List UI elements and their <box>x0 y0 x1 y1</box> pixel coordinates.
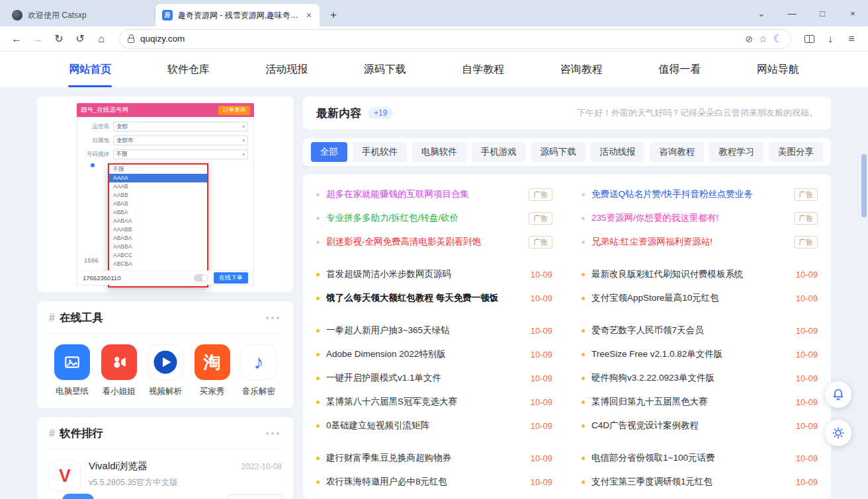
nav-item[interactable]: 活动现报 <box>238 52 336 87</box>
article-row[interactable]: 一拳超人新用户抽3~365天绿钻 10-09 <box>316 321 552 340</box>
article-title[interactable]: 硬件狗狗v3.2.22.0923单文件版 <box>591 372 715 384</box>
content-blocked-icon[interactable]: ⊘ <box>745 34 753 44</box>
article-row[interactable]: 首发超级简洁小米步数网页源码 10-09 <box>316 265 552 284</box>
article-row[interactable]: 一键开启护眼模式v1.1单文件 10-09 <box>316 369 552 387</box>
tool-music[interactable]: ♪ 音乐解密 <box>238 344 279 397</box>
promo-banner[interactable]: 靓号_在线选号网 订单查询 运营商 全部 ▾ 归属地 <box>37 96 294 292</box>
article-row[interactable]: 电信部分省份领取1~100元话费 10-09 <box>582 449 818 467</box>
article-title[interactable]: 某博回归第九十五届黑色大赛 <box>591 396 708 408</box>
category-tab[interactable]: 全部 <box>311 142 347 162</box>
more-icon[interactable] <box>263 430 282 438</box>
browser-tab-site[interactable]: 趣 趣奇资源网 - 残雪资源网,趣味奇妙... × <box>155 4 320 26</box>
article-row[interactable]: 某博第八十六届黑S冠军竞选大赛 10-09 <box>316 393 552 411</box>
category-tab[interactable]: 咨询教程 <box>650 142 704 162</box>
article-row[interactable]: 免费送Q钻名片赞/快手抖音粉丝点赞业务 广告 <box>582 185 818 204</box>
tab-search-icon[interactable]: ⌄ <box>746 0 777 26</box>
article-title[interactable]: 超多在家就能赚钱的互联网项目合集 <box>326 188 469 200</box>
article-row[interactable]: 饿了么每天领大额红包教程 每天免费一顿饭 10-09 <box>316 289 552 307</box>
category-tab[interactable]: 源码下载 <box>531 142 586 162</box>
back-icon[interactable]: ← <box>7 29 26 49</box>
article-row[interactable]: 0基础建立短视频引流矩阵 10-09 <box>316 416 552 435</box>
article-row[interactable]: TreeSize Free v2.1.0.82单文件版 10-09 <box>582 345 818 364</box>
article-title[interactable]: 免费送Q钻名片赞/快手抖音粉丝点赞业务 <box>591 188 753 200</box>
article-row[interactable]: 235资源网/你想要的我这里都有! 广告 <box>582 209 818 227</box>
nav-item[interactable]: 咨询教程 <box>533 52 631 87</box>
article-row[interactable]: 硬件狗狗v3.2.22.0923单文件版 10-09 <box>582 369 818 387</box>
new-tab-button[interactable]: + <box>325 7 342 24</box>
article-row[interactable]: 爱奇艺数字人民币领7天会员 10-09 <box>582 321 818 340</box>
bookmark-star-icon[interactable]: ☆ <box>759 34 767 44</box>
article-title[interactable]: 电信部分省份领取1~100元话费 <box>591 452 715 464</box>
nav-item[interactable]: 软件仓库 <box>140 52 238 87</box>
downloads-icon[interactable]: ↓ <box>820 29 840 49</box>
menu-icon[interactable]: ≡ <box>842 29 861 49</box>
article-title[interactable]: 0基础建立短视频引流矩阵 <box>326 420 429 432</box>
more-icon[interactable] <box>263 314 282 322</box>
nav-item[interactable]: 网站首页 <box>41 52 140 87</box>
article-row[interactable]: 超多在家就能赚钱的互联网项目合集 广告 <box>316 185 552 204</box>
tab-close-icon[interactable]: × <box>305 10 313 20</box>
close-button[interactable]: × <box>838 0 868 26</box>
article-row[interactable]: Adobe Dimension 2022特别版 10-09 <box>316 345 552 364</box>
category-tab[interactable]: 电脑软件 <box>412 142 466 162</box>
article-row[interactable]: 建行财富季集豆兑换商超购物券 10-09 <box>316 449 552 467</box>
category-tab[interactable]: 活动线报 <box>590 142 644 162</box>
article-title[interactable]: 农行珠海特邀用户必中8元红包 <box>326 476 447 488</box>
article-title[interactable]: 兄弟站:红尘资源网福利资源站! <box>591 236 713 248</box>
nav-item[interactable]: 源码下载 <box>336 52 435 87</box>
article-row[interactable]: 农行珠海特邀用户必中8元红包 10-09 <box>316 473 552 491</box>
tool-video-parse[interactable]: 视频解析 <box>145 344 186 397</box>
category-tab[interactable]: 美图分享 <box>769 142 823 162</box>
app-name[interactable]: Vivaldi浏览器 <box>89 460 148 473</box>
article-row[interactable]: 剧迷影视-全网免费高清电影美剧看到饱 广告 <box>316 233 552 251</box>
article-title[interactable]: 首发超级简洁小米步数网页源码 <box>326 268 451 280</box>
article-title[interactable]: 235资源网/你想要的我这里都有! <box>591 212 718 224</box>
nav-item[interactable]: 网站导航 <box>729 52 828 87</box>
split-view-icon[interactable] <box>799 29 819 49</box>
url-text[interactable]: quqizy.com <box>140 34 739 44</box>
article-title[interactable]: 专业拼多多助力/拆红包/转盘/砍价 <box>326 212 458 224</box>
article-row[interactable]: 最新改良版彩虹代刷知识付费模板系统 10-09 <box>582 265 818 284</box>
history-undo-icon[interactable]: ↺ <box>70 29 90 49</box>
article-row[interactable]: 10月9日新闻早讯，每天60秒读懂世界 10-09 <box>316 496 552 499</box>
category-tab[interactable]: 教程学习 <box>709 142 763 162</box>
article-row[interactable]: C4D广告视觉设计案例教程 10-09 <box>582 416 818 435</box>
article-row[interactable]: 某博回归第九十五届黑色大赛 10-09 <box>582 393 818 411</box>
article-row[interactable]: 兄弟站:红尘资源网福利资源站! 广告 <box>582 233 818 251</box>
article-title[interactable]: 某博第八十六届黑S冠军竞选大赛 <box>326 396 457 408</box>
browser-tab-welcome[interactable]: 欢迎使用 Catsxp <box>5 4 155 26</box>
article-title[interactable]: 一拳超人新用户抽3~365天绿钻 <box>326 325 449 336</box>
article-title[interactable]: 饿了么每天领大额红包教程 每天免费一顿饭 <box>326 292 498 304</box>
notification-fab[interactable] <box>825 381 851 408</box>
address-bar[interactable]: quqizy.com ⊘ ☆ ☾ <box>119 29 791 49</box>
article-title[interactable]: 剧迷影视-全网免费高清电影美剧看到饱 <box>326 236 481 248</box>
article-title[interactable]: Adobe Dimension 2022特别版 <box>326 348 446 360</box>
article-title[interactable]: 爱奇艺数字人民币领7天会员 <box>591 325 704 336</box>
category-tab[interactable]: 手机游戏 <box>472 142 526 162</box>
nav-item[interactable]: 自学教程 <box>434 52 533 87</box>
article-title[interactable]: 一键开启护眼模式v1.1单文件 <box>326 372 441 384</box>
article-title[interactable]: 支付宝领AppStore最高10元红包 <box>591 292 719 304</box>
reload-icon[interactable]: ↻ <box>49 29 69 49</box>
scrollbar-thumb[interactable] <box>861 154 867 217</box>
article-title[interactable]: C4D广告视觉设计案例教程 <box>591 420 699 432</box>
category-tab[interactable]: 手机软件 <box>353 142 407 162</box>
article-row[interactable]: Antdownload2_v1.0.4 百度网盘不限速 10-08 <box>582 496 818 499</box>
article-row[interactable]: 支付宝领AppStore最高10元红包 10-09 <box>582 289 818 307</box>
article-title[interactable]: 建行财富季集豆兑换商超购物券 <box>326 452 451 464</box>
article-title[interactable]: 支付宝第三季度调研领1元红包 <box>591 476 713 488</box>
maximize-button[interactable]: □ <box>807 0 838 26</box>
download-button[interactable]: 立即下载 <box>228 494 282 499</box>
minimize-button[interactable]: — <box>777 0 807 26</box>
article-title[interactable]: TreeSize Free v2.1.0.82单文件版 <box>591 348 722 360</box>
dark-mode-icon[interactable]: ☾ <box>773 32 783 45</box>
forward-icon[interactable]: → <box>28 29 48 49</box>
settings-fab[interactable] <box>825 420 851 446</box>
tool-girls[interactable]: 看小姐姐 <box>99 344 140 397</box>
tool-wallpaper[interactable]: 电脑壁纸 <box>52 344 93 397</box>
article-title[interactable]: 最新改良版彩虹代刷知识付费模板系统 <box>591 268 744 280</box>
article-row[interactable]: 专业拼多多助力/拆红包/转盘/砍价 广告 <box>316 209 552 227</box>
article-row[interactable]: 支付宝第三季度调研领1元红包 10-09 <box>582 473 818 491</box>
nav-item[interactable]: 值得一看 <box>630 52 729 87</box>
home-icon[interactable]: ⌂ <box>91 29 111 49</box>
